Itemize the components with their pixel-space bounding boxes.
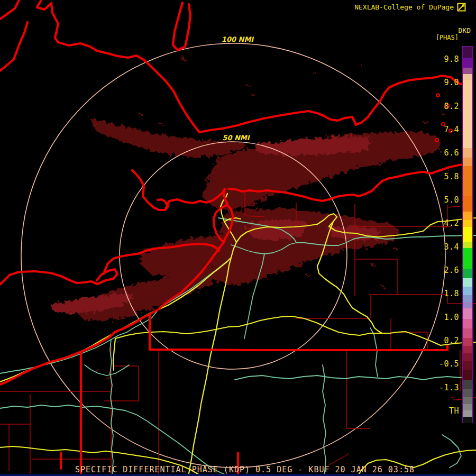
color-scale-segment [463,278,472,287]
color-scale-segment [463,389,472,397]
color-scale-segment [463,166,472,196]
color-scale-segment [463,295,472,302]
color-scale-segment [463,220,472,227]
color-scale-segment [463,47,472,58]
color-scale-tick: -1.3 [439,383,459,392]
color-scale-segment [463,353,472,361]
color-scale-segment [463,148,472,158]
color-scale-segment [463,380,472,389]
color-scale-segment [463,346,472,353]
color-scale-segment [463,397,472,404]
color-scale-segment [463,248,472,269]
color-scale-segment [463,74,472,80]
color-scale-segment [463,269,472,278]
range-ring-label-100nmi: 100 NMI [222,35,253,43]
color-scale-tick: TH [449,407,459,415]
color-scale-bar [462,46,473,423]
color-scale-segment [463,410,472,417]
color-scale-segment [463,338,472,346]
color-scale-segment [463,328,472,338]
color-scale-tick: 9.8 [444,55,459,63]
color-scale-tick: 6.6 [444,149,459,157]
color-scale-segment [463,196,472,212]
color-scale-segment [463,302,472,308]
color-scale-tick: 1.8 [444,289,459,298]
color-scale-segment [463,287,472,295]
color-scale-segment [463,417,472,423]
color-scale-segment [463,80,472,148]
radar-map-canvas [0,0,476,476]
color-scale-segment [463,158,472,166]
color-scale-segment [463,227,472,242]
color-scale-tick: 0.2 [444,336,459,345]
color-scale-tick: 8.2 [444,102,459,111]
color-scale-segment [463,242,472,248]
color-scale-segment [463,68,472,74]
color-scale-tick: -0.5 [439,360,459,368]
color-scale-segment [463,212,472,220]
product-status-text: SPECIFIC DIFFERENTIAL PHASE (KDP) 0.5 DE… [75,465,415,474]
color-scale-tick: 9.0 [444,78,459,87]
color-scale-segment [463,361,472,370]
cod-window-icon [457,3,466,12]
product-code-label: DKD [459,26,471,34]
color-scale-tick: 4.2 [444,219,459,227]
radar-display: NEXLAB-College of DuPage DKD [PHAS] 100 … [0,0,476,476]
product-units-label: [PHAS] [436,34,459,42]
color-scale-segment [463,404,472,410]
color-scale-tick: 7.4 [444,125,459,134]
color-scale-segment [463,58,472,68]
color-scale-segment [463,370,472,380]
color-scale-tick: 5.8 [444,172,459,181]
color-scale-tick: 3.4 [444,243,459,251]
color-scale-tick: 1.0 [444,313,459,322]
color-scale-tick: 5.0 [444,196,459,204]
color-scale-segment [463,308,472,319]
range-ring-label-50nmi: 50 NMI [222,134,249,142]
color-scale-tick: 2.6 [444,266,459,274]
color-scale-segment [463,319,472,328]
site-title: NEXLAB-College of DuPage [354,3,454,11]
